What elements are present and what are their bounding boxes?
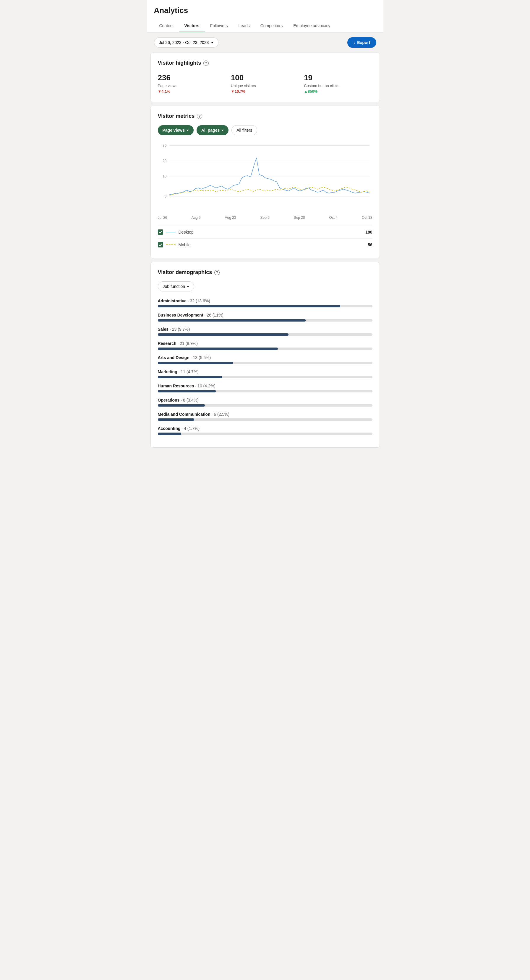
- svg-text:20: 20: [163, 159, 166, 163]
- chart-x-label: Jul 26: [158, 216, 167, 220]
- bar-track: [158, 404, 372, 407]
- bar-fill: [158, 404, 205, 407]
- legend-left: Desktop: [158, 229, 194, 235]
- demographics-bars: Administrative · 32 (13.6%) Business Dev…: [158, 299, 372, 435]
- bar-track: [158, 390, 372, 392]
- bar-count: · 11 (4.7%): [179, 369, 199, 374]
- nav-tab-visitors[interactable]: Visitors: [179, 20, 205, 32]
- bar-track: [158, 376, 372, 378]
- date-range-picker[interactable]: Jul 26, 2023 - Oct 23, 2023: [154, 38, 219, 48]
- chart-x-labels: Jul 26Aug 9Aug 23Sep 6Sep 20Oct 4Oct 18: [158, 216, 372, 220]
- legend-left: Mobile: [158, 242, 191, 247]
- visitor-highlights-title: Visitor highlights ?: [158, 60, 372, 66]
- visitor-highlights-card: Visitor highlights ? 236 Page views ▼4.1…: [150, 52, 380, 102]
- bar-label: Research · 21 (8.9%): [158, 341, 372, 346]
- chevron-down-icon: [221, 130, 224, 131]
- page-title: Analytics: [154, 6, 376, 15]
- nav-tab-employee_advocacy[interactable]: Employee advocacy: [288, 20, 335, 32]
- bar-fill: [158, 333, 289, 336]
- bar-label: Marketing · 11 (4.7%): [158, 369, 372, 374]
- pages-filter-label: All pages: [201, 128, 220, 132]
- legend-value: 180: [366, 230, 372, 234]
- bar-label: Media and Communication · 6 (2.5%): [158, 412, 372, 417]
- legend-checkbox[interactable]: [158, 229, 163, 235]
- export-label: Export: [357, 40, 370, 45]
- metrics-filters: Page views All pages All filters: [158, 125, 372, 135]
- bar-count: · 8 (3.4%): [180, 398, 199, 402]
- bar-item: Operations · 8 (3.4%): [158, 398, 372, 407]
- nav-tab-competitors[interactable]: Competitors: [255, 20, 288, 32]
- nav-tabs: ContentVisitorsFollowersLeadsCompetitors…: [154, 20, 376, 32]
- bar-count: · 21 (8.9%): [177, 341, 198, 346]
- bar-track: [158, 362, 372, 364]
- nav-tab-content[interactable]: Content: [154, 20, 179, 32]
- bar-count: · 13 (5.5%): [191, 355, 211, 360]
- visitor-demographics-help-icon[interactable]: ?: [214, 270, 220, 275]
- export-button[interactable]: ↓ Export: [347, 37, 376, 48]
- date-range-label: Jul 26, 2023 - Oct 23, 2023: [159, 40, 209, 45]
- legend-line-solid: [166, 232, 176, 232]
- bar-track: [158, 333, 372, 336]
- highlight-item: 236 Page views ▼4.1%: [158, 72, 226, 95]
- legend-label: Mobile: [179, 242, 191, 247]
- job-function-filter-label: Job function: [163, 284, 185, 289]
- legend-checkbox[interactable]: [158, 242, 163, 247]
- visitor-demographics-title: Visitor demographics ?: [158, 269, 372, 275]
- bar-item: Research · 21 (8.9%): [158, 341, 372, 350]
- bar-item: Sales · 23 (9.7%): [158, 327, 372, 336]
- chevron-down-icon: [187, 130, 189, 131]
- bar-fill: [158, 390, 216, 392]
- chevron-down-icon: [187, 286, 189, 287]
- bar-count: · 32 (13.6%): [188, 299, 210, 303]
- bar-item: Administrative · 32 (13.6%): [158, 299, 372, 307]
- visitor-metrics-chart: 30 20 10 0: [158, 142, 372, 213]
- bar-label: Arts and Design · 13 (5.5%): [158, 355, 372, 360]
- svg-text:10: 10: [163, 174, 166, 178]
- bar-item: Business Development · 26 (11%): [158, 313, 372, 321]
- chart-x-label: Oct 18: [362, 216, 372, 220]
- highlight-item: 19 Custom button clicks ▲850%: [304, 72, 372, 95]
- download-icon: ↓: [353, 40, 355, 45]
- visitor-metrics-help-icon[interactable]: ?: [197, 114, 202, 119]
- bar-track: [158, 418, 372, 421]
- chart-x-label: Aug 9: [191, 216, 200, 220]
- chart-x-label: Aug 23: [225, 216, 236, 220]
- bar-label: Sales · 23 (9.7%): [158, 327, 372, 332]
- nav-tab-followers[interactable]: Followers: [205, 20, 233, 32]
- bar-track: [158, 348, 372, 350]
- page-header: Analytics ContentVisitorsFollowersLeadsC…: [147, 0, 383, 32]
- chart-x-label: Oct 4: [329, 216, 338, 220]
- highlight-label: Page views: [158, 84, 226, 88]
- job-function-filter-button[interactable]: Job function: [158, 282, 195, 291]
- visitor-highlights-help-icon[interactable]: ?: [203, 60, 209, 66]
- bar-fill: [158, 376, 222, 378]
- svg-text:0: 0: [164, 194, 166, 198]
- bar-fill: [158, 418, 194, 421]
- bar-count: · 4 (1.7%): [182, 426, 200, 431]
- bar-track: [158, 319, 372, 321]
- bar-item: Human Resources · 10 (4.2%): [158, 383, 372, 392]
- pages-filter-button[interactable]: All pages: [196, 125, 228, 135]
- chart-x-label: Sep 20: [294, 216, 305, 220]
- visitor-metrics-card: Visitor metrics ? Page views All pages A…: [150, 106, 380, 258]
- bar-fill: [158, 319, 306, 321]
- toolbar: Jul 26, 2023 - Oct 23, 2023 ↓ Export: [147, 32, 383, 52]
- nav-tab-leads[interactable]: Leads: [233, 20, 255, 32]
- legend-label: Desktop: [179, 230, 194, 234]
- metric-filter-label: Page views: [163, 128, 185, 132]
- bar-track: [158, 305, 372, 307]
- bar-count: · 23 (9.7%): [170, 327, 190, 332]
- legend-row: Desktop 180: [158, 226, 372, 238]
- bar-item: Marketing · 11 (4.7%): [158, 369, 372, 378]
- highlight-value: 100: [231, 73, 299, 83]
- highlight-label: Unique visitors: [231, 84, 299, 88]
- all-filters-button[interactable]: All filters: [231, 125, 257, 135]
- visitor-metrics-title: Visitor metrics ?: [158, 113, 372, 119]
- bar-label: Business Development · 26 (11%): [158, 313, 372, 317]
- chart-x-label: Sep 6: [260, 216, 269, 220]
- bar-item: Media and Communication · 6 (2.5%): [158, 412, 372, 421]
- demographics-filter: Job function: [158, 282, 372, 291]
- bar-count: · 10 (4.2%): [195, 383, 215, 388]
- all-filters-label: All filters: [236, 128, 252, 132]
- metric-filter-button[interactable]: Page views: [158, 125, 194, 135]
